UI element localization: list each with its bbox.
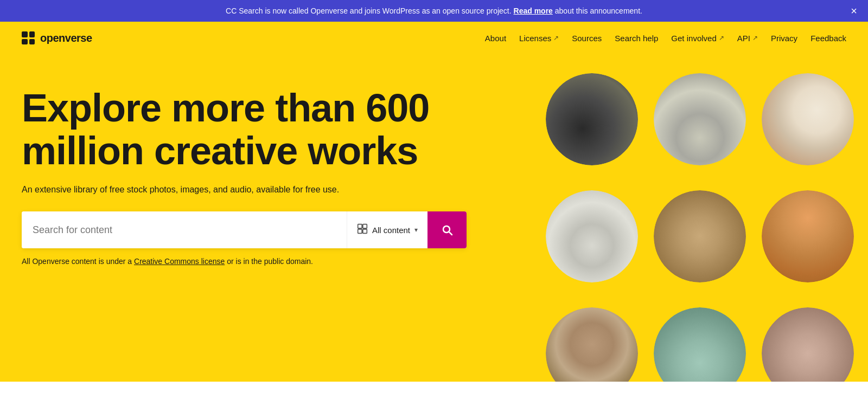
content-type-icon bbox=[357, 223, 368, 237]
main-content: Explore more than 600 million creative w… bbox=[0, 54, 868, 382]
logo-grid-icon bbox=[22, 31, 35, 44]
nav-link-api[interactable]: API ↗ bbox=[737, 34, 758, 43]
nav-item-licenses[interactable]: Licenses ↗ bbox=[519, 34, 559, 43]
image-grid bbox=[542, 54, 868, 382]
nav-item-feedback[interactable]: Feedback bbox=[810, 34, 846, 43]
nav-link-feedback[interactable]: Feedback bbox=[810, 34, 846, 43]
search-bar: All content ▾ bbox=[22, 211, 467, 248]
nav-link-privacy[interactable]: Privacy bbox=[771, 34, 797, 43]
svg-rect-2 bbox=[358, 229, 362, 234]
hero-title: Explore more than 600 million creative w… bbox=[22, 87, 483, 172]
grid-image-2 bbox=[654, 73, 746, 165]
search-button[interactable] bbox=[427, 211, 467, 248]
external-link-icon: ↗ bbox=[752, 34, 758, 42]
announcement-banner: CC Search is now called Openverse and jo… bbox=[0, 0, 868, 22]
chevron-down-icon: ▾ bbox=[414, 226, 418, 234]
announcement-text-before: CC Search is now called Openverse and jo… bbox=[226, 7, 513, 15]
hero-subtitle: An extensive library of free stock photo… bbox=[22, 183, 483, 196]
nav-item-about[interactable]: About bbox=[485, 34, 506, 43]
logo-text: openverse bbox=[40, 32, 92, 44]
main-nav: About Licenses ↗ Sources Search help Get… bbox=[485, 34, 846, 43]
nav-item-get-involved[interactable]: Get involved ↗ bbox=[671, 34, 724, 43]
svg-rect-0 bbox=[358, 224, 362, 229]
svg-rect-3 bbox=[363, 229, 367, 234]
nav-item-api[interactable]: API ↗ bbox=[737, 34, 758, 43]
nav-item-privacy[interactable]: Privacy bbox=[771, 34, 797, 43]
nav-link-sources[interactable]: Sources bbox=[572, 34, 602, 43]
search-input[interactable] bbox=[22, 211, 347, 248]
grid-image-5 bbox=[654, 190, 746, 282]
nav-item-search-help[interactable]: Search help bbox=[615, 34, 658, 43]
license-note: All Openverse content is under a Creativ… bbox=[22, 257, 483, 266]
nav-link-about[interactable]: About bbox=[485, 34, 506, 43]
grid-image-3 bbox=[762, 73, 854, 165]
nav-item-sources[interactable]: Sources bbox=[572, 34, 602, 43]
hero-section: Explore more than 600 million creative w… bbox=[22, 76, 483, 266]
announcement-link[interactable]: Read more bbox=[514, 7, 553, 15]
grid-image-8 bbox=[654, 307, 746, 382]
content-type-label: All content bbox=[372, 226, 410, 235]
header: openverse About Licenses ↗ Sources Searc… bbox=[0, 22, 868, 54]
grid-image-1 bbox=[546, 73, 638, 165]
creative-commons-license-link[interactable]: Creative Commons license bbox=[134, 257, 225, 266]
close-banner-button[interactable]: × bbox=[851, 5, 857, 16]
nav-link-get-involved[interactable]: Get involved ↗ bbox=[671, 34, 724, 43]
logo[interactable]: openverse bbox=[22, 31, 92, 44]
svg-rect-1 bbox=[363, 224, 367, 229]
grid-image-4 bbox=[546, 190, 638, 282]
external-link-icon: ↗ bbox=[719, 34, 724, 42]
grid-image-7 bbox=[546, 307, 638, 382]
content-type-selector[interactable]: All content ▾ bbox=[347, 211, 427, 248]
nav-link-search-help[interactable]: Search help bbox=[615, 34, 658, 43]
grid-image-9 bbox=[762, 307, 854, 382]
external-link-icon: ↗ bbox=[553, 34, 559, 42]
nav-link-licenses[interactable]: Licenses ↗ bbox=[519, 34, 559, 43]
announcement-text: CC Search is now called Openverse and jo… bbox=[226, 7, 642, 15]
grid-image-6 bbox=[762, 190, 854, 282]
announcement-text-after: about this announcement. bbox=[553, 7, 642, 15]
